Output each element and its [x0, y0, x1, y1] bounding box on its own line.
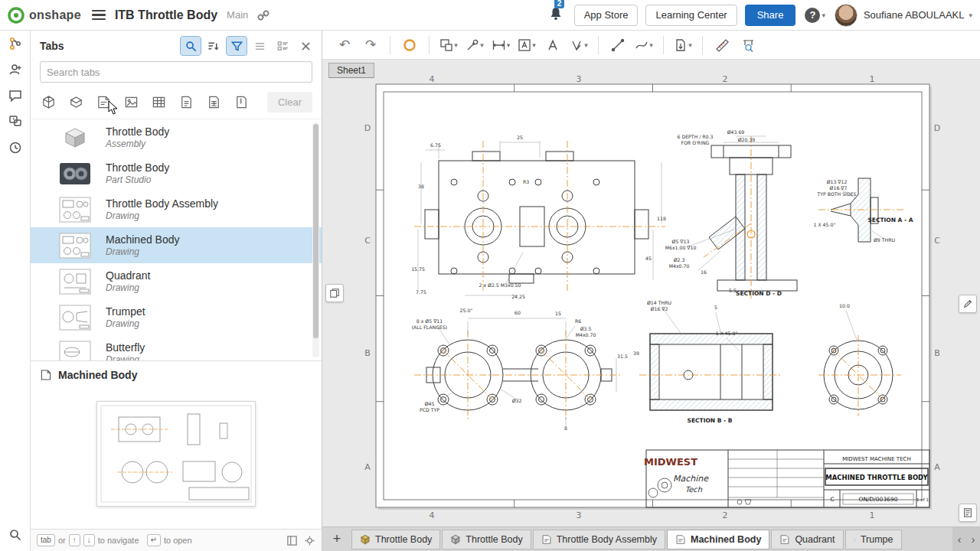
drawing-annotation: 4 [430, 74, 435, 84]
preview-thumbnail[interactable] [96, 401, 256, 507]
doc-tab-quadrant[interactable]: Quadrant [771, 530, 843, 549]
filter-drawing-icon[interactable] [95, 94, 112, 111]
drawing-tab-icon [854, 534, 856, 545]
detail-view-button[interactable] [273, 37, 292, 55]
document-tab-bar: + Throttle Body Throttle Body Throttle B… [322, 527, 980, 551]
drawing-annotation: 1 [870, 74, 875, 84]
doc-tab-assembly-drawing[interactable]: Throttle Body Assembly [533, 530, 665, 549]
filter-button[interactable] [227, 37, 247, 55]
spline-icon [635, 38, 648, 52]
tab-list-item-partstudio[interactable]: Throttle Body Part Studio [31, 155, 322, 191]
note-button[interactable]: ▾ [514, 34, 540, 56]
panel-settings-icon[interactable] [304, 535, 315, 546]
assembly-thumbnail [58, 123, 92, 152]
drawing-annotation: M4x0.70 [669, 263, 690, 269]
drawing-thumbnail [58, 267, 92, 296]
sheets-panel-toggle-button[interactable] [325, 284, 344, 302]
history-icon[interactable] [0, 135, 31, 161]
surface-finish-button[interactable]: ▾ [566, 34, 592, 56]
line-tool-button[interactable] [605, 34, 631, 56]
filter-blob-icon[interactable] [233, 94, 250, 111]
comments-icon[interactable] [0, 83, 31, 109]
bottom-search-icon[interactable] [0, 522, 31, 548]
main-menu-icon[interactable] [92, 10, 106, 21]
panel-search-button[interactable] [181, 37, 201, 55]
clear-filters-button[interactable]: Clear [267, 92, 312, 112]
spline-tool-button[interactable]: ▾ [631, 34, 657, 56]
measure-button[interactable] [709, 34, 735, 56]
filter-table-icon[interactable] [150, 94, 167, 111]
doc-tab-assembly[interactable]: Throttle Body [351, 530, 440, 549]
filter-pdf-icon[interactable] [178, 94, 194, 111]
notification-badge: 2 [554, 0, 565, 8]
tabs-panel-footer: tab or ↑ ↓ to navigate ↵ to open [31, 529, 322, 551]
filter-partstudio-icon[interactable] [67, 94, 84, 111]
share-button[interactable]: Share [745, 5, 796, 26]
list-view-button[interactable] [250, 37, 270, 55]
tab-item-name: Trumpet [106, 305, 145, 318]
doc-tab-trumpet[interactable]: Trumpe [845, 530, 902, 549]
tab-list-item-trumpet[interactable]: Trumpet Drawing [31, 299, 322, 335]
help-menu-button[interactable]: ? ▾ [805, 8, 825, 23]
tabs-scroll-right-button[interactable]: › [966, 527, 980, 551]
follow-mode-icon[interactable] [0, 57, 31, 83]
sheet-list-button[interactable] [959, 504, 977, 522]
help-forum-icon[interactable] [0, 109, 31, 135]
doc-tab-label: Throttle Body [375, 534, 432, 545]
footer-open-text: to open [164, 536, 192, 545]
search-tabs-input[interactable] [40, 61, 312, 83]
workspace-name[interactable]: Main [227, 9, 248, 21]
tab-list-item-machined-body[interactable]: Machined Body Drawing [31, 227, 322, 263]
share-link-icon[interactable] [257, 9, 270, 21]
tabs-scroll-left-button[interactable]: ‹ [952, 527, 966, 551]
dimension-button[interactable]: ▾ [488, 34, 514, 56]
drawing-annotation: ON/D/003690 [859, 496, 898, 503]
tabs-panel: Tabs [31, 31, 322, 551]
versions-icon[interactable] [0, 31, 31, 57]
circle-tool-icon [403, 38, 416, 52]
app-store-button[interactable]: App Store [574, 5, 639, 26]
tab-list-item-drawing-1[interactable]: Throttle Body Assembly Drawing [31, 191, 322, 227]
sheet-tab[interactable]: Sheet1 [328, 63, 374, 78]
tab-list-scrollbar[interactable] [312, 122, 319, 357]
filter-spreadsheet-icon[interactable] [205, 94, 222, 111]
user-name: Soufiane ABOULAAKL [864, 9, 965, 21]
notifications-button[interactable]: 2 [548, 6, 564, 24]
footer-or-text: or [58, 536, 66, 545]
sort-button[interactable] [204, 37, 224, 55]
caliper-button[interactable] [735, 34, 761, 56]
drawing-annotation: 5 [714, 305, 717, 310]
drawing-sheet[interactable]: 43214321DCBADCBA6.75253815.757.7524.252 … [322, 60, 980, 527]
insert-view-button[interactable]: ▾ [436, 34, 462, 56]
add-tab-button[interactable]: + [327, 530, 347, 549]
filter-image-icon[interactable] [122, 94, 139, 111]
drawing-annotation: M4x0.70 [576, 332, 596, 337]
tab-list-item-quadrant[interactable]: Quadrant Drawing [31, 263, 322, 299]
redo-button[interactable]: ↷ [358, 34, 384, 56]
tab-list-item-assembly[interactable]: Throttle Body Assembly [31, 119, 322, 155]
doc-tab-partstudio[interactable]: Throttle Body [442, 530, 531, 549]
drawing-thumbnail [58, 303, 92, 332]
tab-list-item-butterfly[interactable]: Butterfly Drawing [31, 335, 322, 360]
circle-tool-button[interactable] [397, 34, 423, 56]
drawing-annotation: 2 [723, 74, 728, 84]
close-panel-button[interactable] [296, 37, 315, 55]
user-avatar[interactable] [835, 4, 858, 27]
export-dxf-button[interactable]: ▾ [670, 34, 696, 56]
onshape-logo[interactable]: onshape [8, 7, 81, 24]
drawing-toolbar: ↶ ↷ ▾ ▾ ▾ ▾ [322, 31, 980, 60]
filter-assembly-icon[interactable] [40, 94, 57, 111]
drawing-annotation: 38 [418, 184, 424, 189]
user-menu-caret-icon[interactable]: ▾ [969, 11, 972, 19]
doc-tab-machined-body[interactable]: Machined Body [667, 530, 769, 549]
tab-item-type: Drawing [106, 282, 150, 294]
panel-layout-icon[interactable] [286, 535, 298, 546]
callout-button[interactable]: ▾ [462, 34, 488, 56]
drawing-canvas-area[interactable]: 43214321DCBADCBA6.75253815.757.7524.252 … [322, 60, 980, 527]
undo-button[interactable]: ↶ [332, 34, 358, 56]
edit-appearance-button[interactable] [959, 295, 977, 313]
note-icon [518, 38, 531, 52]
text-button[interactable] [540, 34, 566, 56]
learning-center-button[interactable]: Learning Center [645, 5, 737, 26]
tab-item-name: Quadrant [106, 269, 150, 282]
